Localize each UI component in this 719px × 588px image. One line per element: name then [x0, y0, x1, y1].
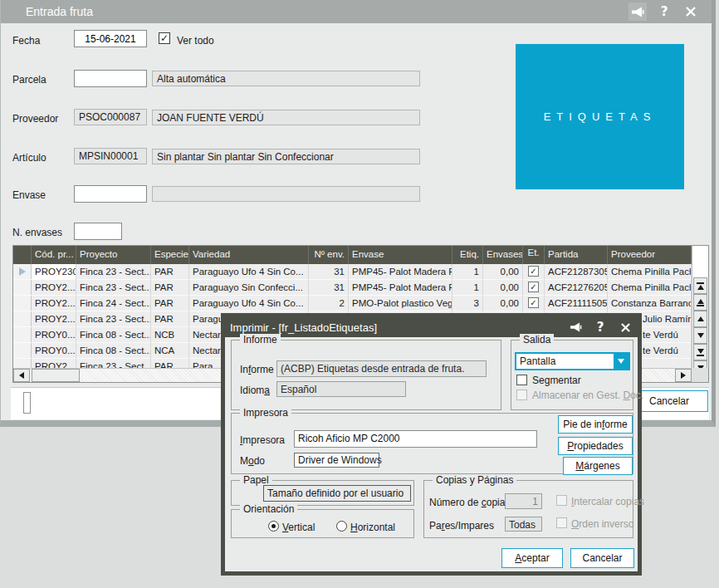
table-cell[interactable]: PMP45- Palot Madera Pr... [349, 280, 452, 296]
fecha-input[interactable] [74, 30, 147, 47]
table-cell[interactable]: PMP45- Palot Madera Pr... [349, 264, 452, 280]
table-cell[interactable]: ACF21287305 [545, 264, 608, 280]
table-cell[interactable]: ✓ [523, 264, 545, 280]
help-icon[interactable]: ? [591, 318, 609, 336]
column-header[interactable]: Nº env. [309, 246, 349, 264]
row-selector[interactable] [13, 280, 32, 295]
table-cell[interactable]: Finca 08 - Sect... [76, 327, 151, 343]
table-cell[interactable]: Finca 08 - Sect... [76, 343, 151, 359]
vertical-radio[interactable] [268, 521, 279, 532]
hscroll-thumb[interactable] [32, 369, 80, 382]
table-cell[interactable]: ✓ [523, 280, 545, 296]
vertical-scrollbar[interactable] [692, 246, 708, 382]
table-cell[interactable]: Finca 24 - Sect... [76, 296, 151, 311]
table-cell[interactable]: Finca 23 - Sect... [76, 280, 151, 296]
n-envases-input[interactable] [74, 223, 122, 240]
table-row[interactable]: PROY2...Finca 24 - Sect...PARParaguayo U… [13, 296, 692, 311]
table-cell[interactable]: PAR [151, 264, 189, 280]
column-header[interactable]: Proyecto [76, 246, 151, 264]
table-cell[interactable]: 1 [452, 280, 483, 296]
pie-de-informe-button[interactable]: Pie de informe [558, 415, 633, 434]
segmentar-checkbox[interactable] [516, 375, 527, 385]
chevron-down-icon[interactable] [614, 354, 629, 369]
first-row-icon[interactable] [693, 277, 707, 294]
table-cell[interactable]: NCB [151, 327, 189, 343]
table-cell[interactable]: PAR [151, 296, 189, 311]
table-cell[interactable]: 0,00 [483, 264, 523, 280]
table-row[interactable]: PROY2301Finca 23 - Sect...PARParaguayo U… [13, 264, 692, 280]
pares-impares-label: Pares/Impares [429, 520, 494, 532]
row-selector[interactable] [13, 327, 32, 342]
column-header[interactable]: Cód. pr... [32, 246, 76, 264]
column-header[interactable]: Et. [523, 246, 545, 264]
page-down-icon[interactable] [693, 344, 707, 360]
column-header[interactable]: Envase [349, 246, 452, 264]
table-cell[interactable]: ✓ [523, 296, 545, 311]
column-header[interactable]: Variedad [189, 246, 309, 264]
row-selector[interactable] [13, 311, 32, 326]
table-cell[interactable]: Paraguayo Ufo 4 Sin Co... [189, 296, 309, 311]
table-cell[interactable]: 1 [452, 264, 483, 280]
table-cell[interactable]: PROY2... [32, 311, 76, 327]
table-cell[interactable]: PAR [151, 311, 189, 327]
table-cell[interactable]: 0,00 [483, 296, 523, 311]
column-header[interactable]: Envases [483, 246, 523, 264]
column-header[interactable]: Etiq. [452, 246, 483, 264]
horizontal-radio[interactable] [336, 521, 347, 532]
table-cell[interactable]: 31 [309, 280, 349, 296]
table-cell[interactable]: 31 [309, 264, 349, 280]
table-cell[interactable]: ACF21111505 [545, 296, 608, 311]
table-cell[interactable]: 2 [309, 296, 349, 311]
table-cell[interactable]: 3 [452, 296, 483, 311]
table-cell[interactable]: ACF21276205 [545, 280, 608, 296]
dialog-cancel-button[interactable]: Cancelar [570, 548, 634, 568]
table-cell[interactable]: PROY2301 [32, 264, 76, 280]
row-checkbox-checked[interactable]: ✓ [528, 297, 539, 308]
table-cell[interactable]: Paraguayo Sin Confecci... [189, 280, 309, 296]
table-cell[interactable]: Paraguayo Ufo 4 Sin Co... [189, 264, 309, 280]
table-cell[interactable]: Chema Pinilla Pacheco [608, 280, 692, 296]
table-cell[interactable]: Constanza Barranco C [608, 296, 692, 311]
table-cell[interactable]: PROY0... [32, 327, 76, 343]
announcement-megaphone-icon[interactable] [629, 2, 647, 21]
table-cell[interactable]: 0,00 [483, 280, 523, 296]
etiquetas-button[interactable]: ETIQUETAS [516, 44, 684, 189]
column-header[interactable]: Especie [151, 246, 189, 264]
table-row[interactable]: PROY2...Finca 23 - Sect...PARParaguayo S… [13, 280, 692, 296]
row-down-icon[interactable] [693, 327, 707, 344]
scroll-right-icon[interactable] [675, 369, 692, 382]
tamano-papel-field[interactable]: Tamaño definido por el usuario [263, 485, 411, 502]
ver-todo-checkbox[interactable]: ✓ [159, 32, 170, 44]
row-selector[interactable] [13, 343, 32, 358]
row-selector[interactable] [13, 296, 32, 311]
modo-field[interactable]: Driver de Windows [294, 453, 379, 468]
propiedades-button[interactable]: Propiedades [558, 437, 633, 455]
salida-combobox[interactable]: Pantalla [515, 352, 630, 370]
table-cell[interactable]: PMO-Palot plastico Vega ... [349, 296, 452, 311]
page-up-icon[interactable] [693, 294, 707, 311]
row-checkbox-checked[interactable]: ✓ [528, 266, 539, 277]
column-header[interactable]: Proveedor [608, 246, 692, 264]
parcela-input[interactable] [74, 70, 147, 87]
table-cell[interactable]: PAR [151, 280, 189, 296]
table-cell[interactable]: PROY0... [32, 343, 76, 359]
impresora-field[interactable]: Ricoh Aficio MP C2000 [294, 430, 537, 448]
table-cell[interactable]: Finca 23 - Sect... [76, 264, 151, 280]
table-cell[interactable]: PROY2... [32, 280, 76, 296]
row-up-icon[interactable] [693, 311, 707, 327]
table-cell[interactable]: PROY2... [32, 296, 76, 311]
scroll-left-icon[interactable] [13, 369, 30, 382]
table-cell[interactable]: NCA [151, 343, 189, 359]
column-header[interactable]: Partida [545, 246, 608, 264]
close-icon[interactable] [616, 318, 634, 336]
row-checkbox-checked[interactable]: ✓ [528, 282, 539, 292]
aceptar-button[interactable]: Aceptar [501, 548, 563, 568]
table-cell[interactable]: Finca 23 - Sect... [76, 311, 151, 327]
margenes-button[interactable]: Márgenes [563, 457, 633, 475]
row-selector[interactable] [13, 264, 32, 279]
close-icon[interactable] [682, 2, 700, 21]
table-cell[interactable]: Chema Pinilla Pacheco [608, 264, 692, 280]
announcement-megaphone-icon[interactable] [566, 318, 584, 336]
help-icon[interactable]: ? [655, 2, 673, 21]
envase-input[interactable] [74, 185, 147, 203]
